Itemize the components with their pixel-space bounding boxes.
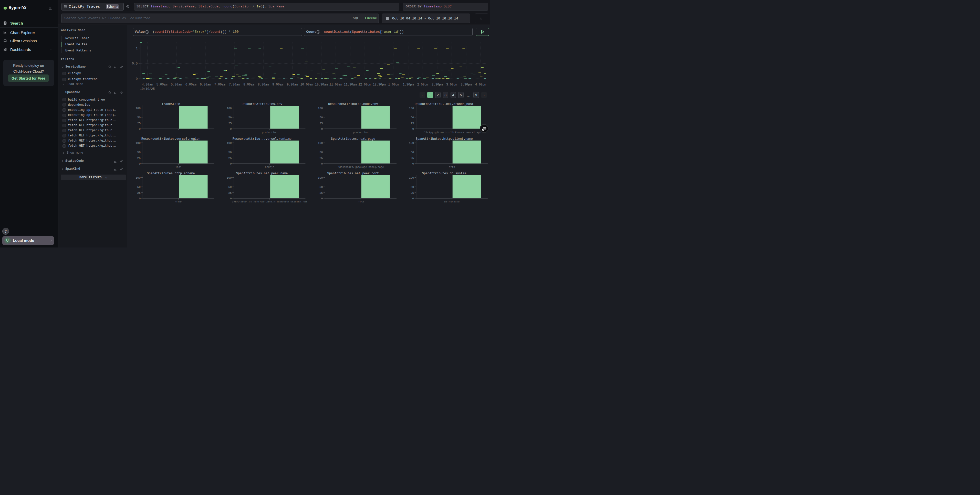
svg-text:25: 25	[320, 192, 323, 195]
svg-text:0.5: 0.5	[132, 62, 138, 65]
svg-text:production: production	[353, 131, 368, 134]
svg-text:SpanAttributes.db.system: SpanAttributes.db.system	[422, 172, 466, 175]
svg-text:8:00am: 8:00am	[243, 83, 254, 87]
svg-text:8:30am: 8:30am	[258, 83, 269, 87]
svg-text:100: 100	[409, 176, 414, 179]
svg-text:TraceState: TraceState	[161, 102, 180, 106]
svg-text:10:30am: 10:30am	[315, 83, 328, 87]
svg-text:nodejs: nodejs	[265, 166, 274, 169]
svg-text:100: 100	[135, 176, 141, 179]
svg-text:0: 0	[139, 162, 141, 165]
svg-text:SpanAttributes.http.client.nam: SpanAttributes.http.client.name	[415, 137, 473, 141]
svg-text:clickpy-git-main-clickhouse.ve: clickpy-git-main-clickhouse.vercel.app	[423, 131, 481, 134]
svg-text:0: 0	[135, 77, 138, 81]
svg-text:100: 100	[318, 107, 323, 110]
svg-text:25: 25	[410, 192, 414, 195]
svg-text:50: 50	[410, 186, 414, 189]
svg-text:1: 1	[135, 47, 138, 51]
svg-text:SpanAttributes.net.peer.port: SpanAttributes.net.peer.port	[327, 172, 379, 175]
svg-text:50: 50	[410, 116, 414, 119]
svg-text:SpanAttributes.next.page: SpanAttributes.next.page	[331, 137, 375, 141]
svg-text:50: 50	[320, 186, 323, 189]
svg-text:25: 25	[410, 157, 414, 160]
svg-text:0: 0	[412, 162, 414, 165]
svg-text:50: 50	[228, 116, 232, 119]
svg-text:ResourceAttribu...vercel.runti: ResourceAttribu...vercel.runtime	[232, 137, 291, 141]
svg-text:1:00pm: 1:00pm	[388, 83, 399, 87]
svg-text:0: 0	[139, 197, 141, 200]
svg-text:100: 100	[318, 141, 323, 144]
svg-text:12:30pm: 12:30pm	[373, 83, 385, 87]
svg-text:https: https	[175, 201, 182, 202]
svg-text:2:30pm: 2:30pm	[431, 83, 442, 87]
svg-text:100: 100	[135, 141, 141, 144]
svg-text:z5prz9ggc4.us-central1.gcp.cli: z5prz9ggc4.us-central1.gcp.clickhouse-st…	[232, 201, 307, 202]
svg-text:ResourceAttributes.env: ResourceAttributes.env	[242, 102, 282, 106]
svg-text:1:30pm: 1:30pm	[402, 83, 414, 87]
svg-text:9:00am: 9:00am	[272, 83, 283, 87]
svg-text:25: 25	[228, 157, 232, 160]
svg-text:100: 100	[226, 141, 232, 144]
svg-text:2:00pm: 2:00pm	[417, 83, 428, 87]
svg-text:100: 100	[318, 176, 323, 179]
svg-text:25: 25	[228, 122, 232, 125]
svg-text:http: http	[449, 166, 455, 169]
svg-text:0: 0	[230, 162, 232, 165]
svg-text:50: 50	[137, 116, 140, 119]
svg-text:0: 0	[139, 127, 141, 130]
svg-text:50: 50	[137, 151, 140, 154]
svg-text:11:30am: 11:30am	[344, 83, 356, 87]
svg-text:50: 50	[228, 151, 232, 154]
svg-text:25: 25	[320, 122, 323, 125]
svg-text:6:00am: 6:00am	[185, 83, 196, 87]
svg-text:iad1: iad1	[175, 166, 181, 169]
svg-text:25: 25	[228, 192, 232, 195]
svg-text:3:00pm: 3:00pm	[446, 83, 457, 87]
svg-text:production: production	[262, 131, 277, 134]
svg-text:25: 25	[320, 157, 323, 160]
svg-text:4:30am: 4:30am	[142, 83, 153, 87]
svg-text:9:30am: 9:30am	[286, 83, 298, 87]
svg-text:3:30pm: 3:30pm	[461, 83, 472, 87]
svg-text:ResourceAttribu..cel.branch_ho: ResourceAttribu..cel.branch_host	[414, 102, 473, 106]
svg-text:0: 0	[230, 127, 232, 130]
svg-text:ResourceAttributes.node.env: ResourceAttributes.node.env	[328, 102, 378, 106]
svg-text:clickhouse: clickhouse	[444, 201, 460, 202]
svg-text:100: 100	[409, 141, 414, 144]
svg-text:0: 0	[412, 127, 414, 130]
svg-text:5:30am: 5:30am	[171, 83, 182, 87]
svg-text:25: 25	[137, 192, 140, 195]
svg-text:0: 0	[412, 197, 414, 200]
svg-text:10/10/25: 10/10/25	[140, 87, 155, 91]
svg-text:0: 0	[230, 197, 232, 200]
svg-text:ResourceAttributes.vercel.regi: ResourceAttributes.vercel.region	[141, 137, 200, 141]
svg-text:25: 25	[137, 157, 140, 160]
svg-text:8443: 8443	[358, 201, 364, 202]
svg-text:25: 25	[137, 122, 140, 125]
svg-text:4:00pm: 4:00pm	[475, 83, 486, 87]
svg-text:0: 0	[321, 127, 323, 130]
svg-text:0: 0	[321, 162, 323, 165]
svg-text:6:30am: 6:30am	[200, 83, 211, 87]
svg-text:100: 100	[226, 176, 232, 179]
svg-text:5:00am: 5:00am	[156, 83, 167, 87]
svg-text:100: 100	[135, 107, 141, 110]
svg-text:SpanAttributes.net.peer.name: SpanAttributes.net.peer.name	[236, 172, 288, 175]
svg-text:50: 50	[320, 116, 323, 119]
svg-text:7:00am: 7:00am	[214, 83, 225, 87]
svg-text:11:00am: 11:00am	[329, 83, 342, 87]
svg-text:50: 50	[137, 186, 140, 189]
svg-text:50: 50	[410, 151, 414, 154]
svg-text:10:00am: 10:00am	[300, 83, 313, 87]
svg-text:SpanAttributes.http.scheme: SpanAttributes.http.scheme	[147, 172, 195, 175]
svg-text:25: 25	[410, 122, 414, 125]
svg-text:/dashboard/[package_name]/page: /dashboard/[package_name]/page	[337, 166, 384, 169]
svg-text:100: 100	[226, 107, 232, 110]
svg-text:7:30am: 7:30am	[229, 83, 240, 87]
svg-text:50: 50	[228, 186, 232, 189]
svg-text:0: 0	[321, 197, 323, 200]
svg-text:50: 50	[320, 151, 323, 154]
svg-text:100: 100	[409, 107, 414, 110]
svg-text:12:00pm: 12:00pm	[358, 83, 371, 87]
